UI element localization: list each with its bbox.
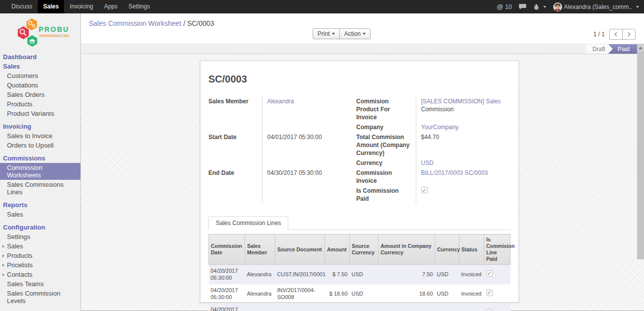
right-field-group: Commision Product For Invoice [SALES COM… [356,96,511,204]
currency-value-link[interactable]: USD [421,159,434,166]
total-commission-label: Total Commision Amount (Company Currency… [356,132,416,158]
sidebar-heading-invoicing[interactable]: Invoicing [0,122,80,131]
end-date-value: 04/30/2017 05:30:00 [262,168,347,204]
sidebar-item-sales-commissions-lines[interactable]: Sales Commissions Lines [0,180,80,197]
tab-sales-commission-lines[interactable]: Sales Commission Lines [208,216,288,230]
topbar-menus: Discuss Sales Invoicing Apps Settings [0,0,155,13]
action-button[interactable]: Action [339,28,371,39]
action-button-label: Action [344,30,361,37]
sidebar-item-customers[interactable]: Customers [0,71,80,80]
commission-product-value-link[interactable]: [SALES COMMISSION] Sales [421,98,501,105]
col-source-currency[interactable]: Source Currency [350,234,379,265]
sidebar-section-reports: Reports Sales [0,200,80,219]
print-button-label: Print [318,30,330,37]
messages-count: 10 [505,3,512,10]
col-is-commission-line-paid[interactable]: Is Commision Line Paid [484,234,511,265]
col-amount[interactable]: Amount [325,234,350,265]
sidebar-item-sales-commission-levels[interactable]: Sales Commission Levels [0,289,80,306]
total-commission-value: $44.70 [416,132,511,158]
sidebar-item-orders-to-upsell[interactable]: Orders to Upsell [0,141,80,150]
cell-amount-company: 18.60 [379,284,435,304]
cell-sales-member: Alexandra [245,304,275,311]
cell-status: Invoiced [459,304,484,311]
line-paid-checkbox[interactable] [486,270,493,277]
sidebar-item-config-pricelists[interactable]: Pricelists [0,260,80,270]
pager-previous-button[interactable] [609,29,623,40]
topbar-menu-apps[interactable]: Apps [99,0,123,13]
line-paid-checkbox[interactable] [486,309,493,311]
user-name: Alexandra (Sales_comm.. [564,3,632,10]
col-commission-date[interactable]: Commission Date [209,234,245,265]
sidebar-item-sales-to-invoice[interactable]: Sales to Invoice [0,131,80,141]
sidebar-item-commission-worksheets[interactable]: Commission Worksheets [0,163,80,180]
sidebar-item-sales-orders[interactable]: Sales Orders [0,90,80,99]
line-paid-checkbox[interactable] [486,290,493,296]
topbar: Discuss Sales Invoicing Apps Settings 10 [0,0,644,13]
is-commission-paid-checkbox[interactable] [421,187,428,193]
expand-caret-icon [2,254,6,257]
caret-down-icon [363,33,366,36]
user-menu[interactable]: Alexandra (Sales_comm.. [553,2,639,11]
bug-icon [533,3,539,10]
vertical-scrollbar[interactable] [637,44,644,259]
sidebar-item-config-products[interactable]: Products [0,251,80,260]
arrow-up-icon [639,45,643,49]
status-step-draft[interactable]: Draft [586,44,613,54]
breadcrumb-parent-link[interactable]: Sales Commission Worksheet [89,19,181,27]
col-currency[interactable]: Currency [435,234,459,265]
topbar-menu-sales[interactable]: Sales [38,0,64,13]
start-date-label: Start Date [208,132,262,168]
cell-amount: $ 18.60 [325,284,350,304]
sales-member-value-link[interactable]: Alexandra [267,98,294,105]
col-sales-member[interactable]: Sales Member [245,234,275,265]
table-row[interactable]: 04/20/2017 05:30:00 Alexandra INV/2017/0… [209,284,511,304]
sidebar-section-commissions: Commissions Commission Worksheets Sales … [0,154,80,197]
commission-invoice-label: Commission Invoice [356,168,416,186]
company-label: Company [356,122,416,132]
cell-currency: USD [435,284,459,304]
company-value-link[interactable]: YourCompany [421,124,459,131]
sidebar-heading-dashboard[interactable]: Dashboard [0,52,80,62]
print-button[interactable]: Print [313,28,340,39]
sales-member-label: Sales Member [208,96,262,132]
table-row[interactable]: 04/20/2017 10:35:53 Alexandra SO008 $ 18… [209,304,511,311]
chat-button[interactable] [519,3,526,10]
table-row[interactable]: 04/20/2017 05:30:00 Alexandra CUST.IN/20… [209,265,511,284]
sidebar-heading-sales[interactable]: Sales [0,62,80,71]
notebook: Sales Commission Lines Commission Date S… [208,216,511,311]
sidebar-item-config-sales[interactable]: Sales [0,241,80,251]
topbar-menu-discuss[interactable]: Discuss [6,0,38,13]
commission-invoice-value-link[interactable]: BILL/2017/0003 SC/0003 [421,169,488,176]
col-status[interactable]: Status [459,234,484,265]
sidebar: PROBUSE PROFESSIONAL BUSINESS Dashboard … [0,13,81,311]
is-commission-paid-label: Is Commission Paid [356,186,416,204]
start-date-value: 04/01/2017 05:30:00 [262,132,347,168]
sidebar-item-products[interactable]: Products [0,99,80,109]
topbar-menu-invoicing[interactable]: Invoicing [64,0,98,13]
expand-caret-icon [2,273,6,276]
sidebar-section-invoicing: Invoicing Sales to Invoice Orders to Ups… [0,122,80,150]
sidebar-item-reports-sales[interactable]: Sales [0,210,80,219]
sidebar-item-config-contacts[interactable]: Contacts [0,270,80,279]
sidebar-item-quotations[interactable]: Quotations [0,80,80,90]
cell-source-document: SO008 [275,304,325,311]
sidebar-item-label: Sales [7,242,23,250]
topbar-menu-settings[interactable]: Settings [123,0,155,13]
sidebar-heading-reports[interactable]: Reports [0,200,80,210]
sidebar-heading-commissions[interactable]: Commissions [0,154,80,163]
caret-down-icon [332,33,335,36]
col-source-document[interactable]: Source Document [275,234,325,265]
col-amount-company-currency[interactable]: Amount in Company Currency [379,234,435,265]
scroll-up-button[interactable] [637,44,644,52]
end-date-label: End Date [208,168,262,204]
cell-source-currency: USD [350,284,379,304]
sidebar-item-settings[interactable]: Settings [0,232,80,241]
sidebar-item-product-variants[interactable]: Product Variants [0,109,80,118]
debug-menu[interactable] [533,3,546,10]
sidebar-heading-configuration[interactable]: Configuration [0,223,80,232]
cell-commission-date: 04/20/2017 10:35:53 [209,304,245,311]
messages-counter[interactable]: 10 [497,3,512,10]
sidebar-item-sales-teams[interactable]: Sales Teams [0,279,80,289]
cell-amount-company: 18.60 [379,304,435,311]
pager-next-button[interactable] [622,29,636,40]
